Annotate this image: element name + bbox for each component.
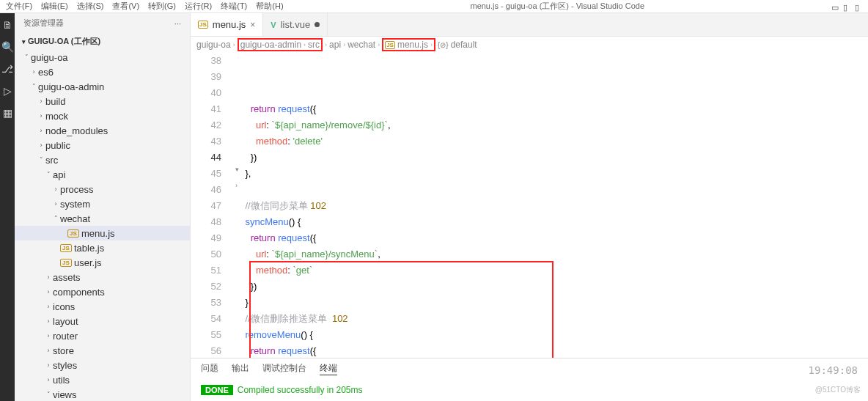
tree-label: components [53,287,105,298]
tree-label: icons [53,301,75,312]
panel-toggle-icon[interactable]: ▯ [843,3,850,10]
tree-item-table-js[interactable]: JStable.js [15,240,190,255]
extensions-icon[interactable]: ▦ [1,107,13,119]
close-icon[interactable]: × [250,20,255,30]
menu-help[interactable]: 帮助(H) [256,1,283,12]
tree-item-wechat[interactable]: ˅wechat [15,211,190,226]
chevron-right-icon[interactable]: › [29,68,38,76]
bc-seg[interactable]: default [451,40,477,50]
tree-label: guigu-oa [31,52,68,63]
workspace-title: GUIGU-OA (工作区) [28,36,100,47]
bc-seg[interactable]: menu.js [397,40,428,50]
tree-item-src[interactable]: ˅src [15,152,190,167]
terminal-message: Compiled successfully in 205ms [238,385,363,395]
file-tree[interactable]: ˅guigu-oa›es6˅guigu-oa-admin›build›mock›… [15,50,190,401]
menu-edit[interactable]: 编辑(E) [41,1,68,12]
panel-tab-debug[interactable]: 调试控制台 [262,362,306,375]
bc-seg[interactable]: api [329,40,341,50]
tree-item-mock[interactable]: ›mock [15,108,190,123]
tree-item-layout[interactable]: ›layout [15,314,190,328]
breadcrumb[interactable]: guigu-oa› guigu-oa-admin› src › api› wec… [191,37,868,53]
chevron-down-icon[interactable]: ▾ [22,38,26,45]
vue-file-icon: V [271,21,276,29]
code-content[interactable]: return request({ url: `${api_name}/remov… [235,53,868,358]
tree-item-es6[interactable]: ›es6 [15,65,190,79]
bc-seg[interactable]: wechat [347,40,375,50]
bc-seg[interactable]: guigu-oa [196,40,231,50]
chevron-right-icon[interactable]: › [37,127,45,134]
chevron-right-icon[interactable]: › [44,376,53,383]
code-area[interactable]: 3839404142434445464748495051525354555657… [191,53,868,358]
chevron-right-icon[interactable]: › [44,332,53,339]
terminal-output[interactable]: DONE Compiled successfully in 205ms [191,379,868,401]
activity-bar: 🗎 🔍 ⎇ ▷ ▦ [0,13,15,401]
menu-view[interactable]: 查看(V) [112,1,139,12]
chevron-right-icon[interactable]: › [37,112,45,119]
debug-icon[interactable]: ▷ [1,85,13,97]
watermark: @51CTO博客 [815,385,861,395]
chevron-right-icon[interactable]: › [44,303,53,310]
tree-item-icons[interactable]: ›icons [15,299,190,314]
chevron-right-icon[interactable]: › [51,200,60,207]
chevron-down-icon[interactable]: ˅ [29,83,38,90]
tree-label: assets [53,272,81,283]
tree-label: router [53,331,78,342]
tree-label: es6 [38,67,54,78]
tree-item-guigu-oa[interactable]: ˅guigu-oa [15,50,190,65]
chevron-down-icon[interactable]: ˅ [37,156,45,163]
tree-item-components[interactable]: ›components [15,284,190,299]
menu-go[interactable]: 转到(G) [148,1,176,12]
layout-toggle-icon[interactable]: ▭ [831,3,839,10]
menu-select[interactable]: 选择(S) [77,1,104,12]
chevron-down-icon[interactable]: ˅ [44,391,53,398]
tree-label: wechat [60,213,90,224]
chevron-right-icon[interactable]: › [44,288,53,295]
tree-item-build[interactable]: ›build [15,94,190,108]
panel-tab-terminal[interactable]: 终端 [320,362,337,375]
chevron-right-icon[interactable]: › [44,361,53,369]
panel-tab-problems[interactable]: 问题 [201,362,218,375]
menu-terminal-m[interactable]: 终端(T) [221,1,247,12]
tree-item-utils[interactable]: ›utils [15,372,190,387]
tab-label: menu.js [213,19,246,30]
tree-item-user-js[interactable]: JSuser.js [15,255,190,270]
window-controls: ▭ ▯ ▯ [831,3,862,10]
tree-item-assets[interactable]: ›assets [15,270,190,284]
menu-run[interactable]: 运行(R) [185,1,212,12]
tree-item-api[interactable]: ˅api [15,167,190,182]
search-icon[interactable]: 🔍 [1,41,13,53]
chevron-right-icon[interactable]: › [44,273,53,281]
chevron-down-icon[interactable]: ˅ [22,54,31,61]
chevron-down-icon[interactable]: ˅ [44,171,53,178]
explorer-icon[interactable]: 🗎 [1,19,13,31]
menu-file[interactable]: 文件(F) [6,1,32,12]
tree-item-router[interactable]: ›router [15,328,190,343]
tree-item-menu-js[interactable]: JSmenu.js [15,226,190,240]
scm-icon[interactable]: ⎇ [1,63,13,75]
tab-menu-js[interactable]: JS menu.js × [191,13,263,36]
sidebar-more-icon[interactable]: ··· [174,19,181,28]
sidebar-toggle-icon[interactable]: ▯ [855,3,862,10]
bc-seg[interactable]: src [308,40,320,50]
js-file-icon: JS [385,41,395,49]
tree-item-styles[interactable]: ›styles [15,358,190,372]
chevron-right-icon[interactable]: › [51,185,60,193]
tree-item-store[interactable]: ›store [15,343,190,358]
chevron-right-icon[interactable]: › [44,347,53,354]
tree-item-node_modules[interactable]: ›node_modules [15,123,190,138]
tab-list-vue[interactable]: V list.vue [263,13,328,36]
tree-item-views[interactable]: ˅views [15,387,190,401]
chevron-right-icon[interactable]: › [37,141,45,149]
tree-item-system[interactable]: ›system [15,196,190,211]
tree-item-public[interactable]: ›public [15,138,190,152]
js-file-icon: JS [198,21,208,29]
chevron-right-icon[interactable]: › [44,317,53,325]
chevron-down-icon[interactable]: ˅ [51,215,60,222]
chevron-right-icon[interactable]: › [37,98,45,105]
tree-item-guigu-oa-admin[interactable]: ˅guigu-oa-admin [15,79,190,94]
panel-tab-output[interactable]: 输出 [232,362,249,375]
dirty-indicator-icon [315,22,320,27]
tree-item-process[interactable]: ›process [15,182,190,196]
bc-seg[interactable]: guigu-oa-admin [240,40,301,50]
symbol-icon: {⊘} [438,41,449,49]
